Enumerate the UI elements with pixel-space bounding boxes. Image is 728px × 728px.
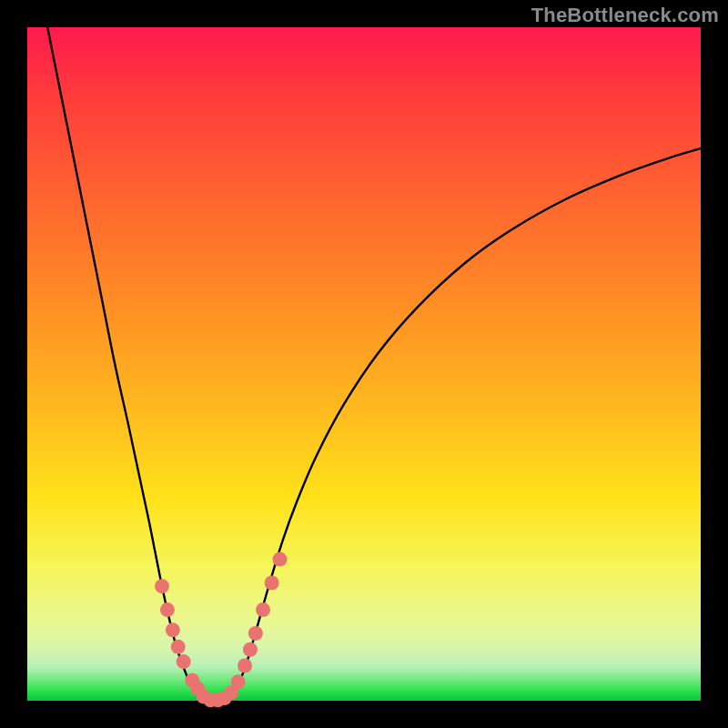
- curves-overlay: [0, 0, 728, 728]
- data-marker: [177, 654, 191, 669]
- data-marker: [265, 576, 279, 591]
- data-marker: [160, 602, 175, 617]
- data-marker: [273, 552, 288, 567]
- data-marker: [155, 579, 169, 593]
- data-marker: [243, 642, 258, 657]
- data-marker: [231, 674, 246, 689]
- data-marker: [166, 622, 180, 637]
- data-marker: [248, 626, 263, 641]
- data-marker: [238, 659, 252, 673]
- data-marker: [256, 602, 270, 617]
- bottleneck-curve: [47, 27, 701, 701]
- chart-frame: TheBottleneck.com: [0, 0, 728, 728]
- data-marker: [171, 640, 186, 654]
